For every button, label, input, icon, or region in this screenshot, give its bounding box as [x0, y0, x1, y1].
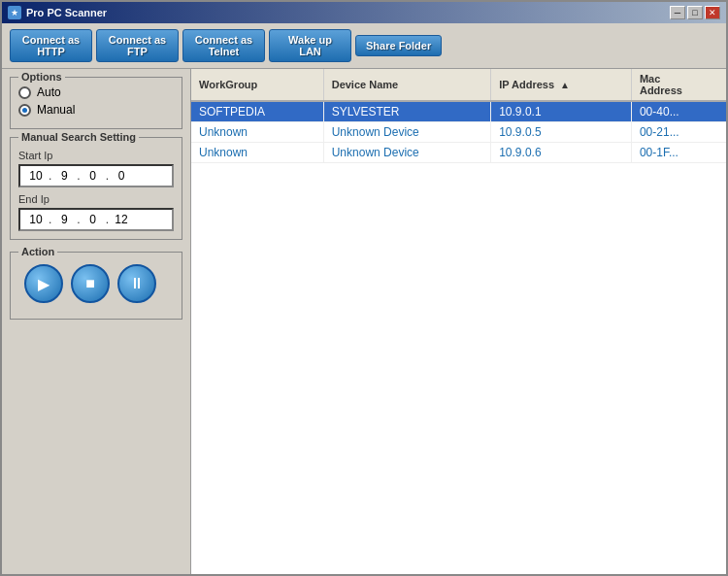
start-ip-seg1[interactable]	[25, 169, 47, 183]
table-row[interactable]: Unknown Unknown Device 10.9.0.6 00-1F...	[191, 143, 726, 163]
cell-workgroup: Unknown	[191, 122, 323, 143]
manual-search-label: Manual Search Setting	[18, 131, 139, 143]
connect-ftp-button[interactable]: Connect asFTP	[96, 29, 179, 62]
main-content: Options Auto Manual Manual Search Settin…	[2, 69, 726, 574]
play-button[interactable]: ▶	[24, 264, 63, 303]
wake-lan-button[interactable]: Wake upLAN	[269, 29, 351, 62]
options-group: Options Auto Manual	[10, 77, 182, 129]
title-bar-left: ★ Pro PC Scanner	[8, 6, 107, 19]
start-ip-seg2[interactable]	[53, 169, 75, 183]
end-ip-seg1[interactable]	[25, 213, 47, 226]
col-ip-address[interactable]: IP Address ▲	[491, 69, 632, 101]
cell-device-name: Unknown Device	[323, 122, 491, 143]
start-ip-input[interactable]: . . .	[18, 164, 174, 187]
col-device-name[interactable]: Device Name	[323, 69, 491, 101]
start-ip-seg3[interactable]	[83, 169, 104, 183]
manual-radio-circle[interactable]	[18, 104, 31, 117]
col-mac-address-label: MacAddress	[640, 73, 682, 96]
connect-http-button[interactable]: Connect asHTTP	[10, 29, 92, 62]
close-button[interactable]: ✕	[705, 6, 720, 19]
action-group-label: Action	[18, 246, 57, 257]
table-row[interactable]: SOFTPEDIA SYLVESTER 10.9.0.1 00-40...	[191, 101, 726, 122]
device-table: WorkGroup Device Name IP Address ▲ MacAd…	[191, 69, 726, 163]
main-window: ★ Pro PC Scanner ─ □ ✕ Connect asHTTP Co…	[0, 0, 728, 576]
table-header-row: WorkGroup Device Name IP Address ▲ MacAd…	[191, 69, 726, 101]
stop-button[interactable]: ■	[71, 264, 110, 303]
manual-radio[interactable]: Manual	[18, 103, 174, 117]
ip-sort-arrow: ▲	[560, 80, 570, 90]
col-workgroup-label: WorkGroup	[199, 79, 257, 90]
left-panel: Options Auto Manual Manual Search Settin…	[2, 69, 191, 574]
end-ip-seg4[interactable]	[111, 213, 132, 226]
app-icon: ★	[8, 6, 21, 19]
end-ip-label: End Ip	[18, 193, 174, 205]
end-ip-seg3[interactable]	[83, 213, 104, 226]
options-group-label: Options	[18, 71, 65, 83]
connect-telnet-button[interactable]: Connect asTelnet	[182, 29, 265, 62]
end-ip-seg2[interactable]	[53, 213, 75, 226]
col-mac-address[interactable]: MacAddress	[631, 69, 726, 101]
cell-mac-address: 00-21...	[631, 122, 726, 143]
end-ip-input[interactable]: . . .	[18, 208, 174, 231]
cell-device-name: SYLVESTER	[323, 101, 491, 122]
manual-search-group: Manual Search Setting Start Ip . . . End…	[10, 137, 182, 240]
minimize-button[interactable]: ─	[670, 6, 685, 19]
auto-radio[interactable]: Auto	[18, 85, 174, 99]
cell-ip-address: 10.9.0.6	[491, 143, 632, 163]
col-ip-address-label: IP Address	[499, 79, 554, 90]
auto-radio-circle[interactable]	[18, 86, 31, 99]
cell-workgroup: SOFTPEDIA	[191, 101, 323, 122]
pause-button[interactable]: ⏸	[117, 264, 156, 303]
start-ip-label: Start Ip	[18, 150, 174, 161]
action-group: Action ▶ ■ ⏸	[10, 252, 182, 320]
table-row[interactable]: Unknown Unknown Device 10.9.0.5 00-21...	[191, 122, 726, 143]
title-bar: ★ Pro PC Scanner ─ □ ✕	[2, 2, 726, 23]
cell-workgroup: Unknown	[191, 143, 323, 163]
col-workgroup[interactable]: WorkGroup	[191, 69, 323, 101]
start-ip-seg4[interactable]	[111, 169, 132, 183]
cell-mac-address: 00-1F...	[631, 143, 726, 163]
manual-radio-label: Manual	[37, 103, 75, 117]
right-panel: WorkGroup Device Name IP Address ▲ MacAd…	[191, 69, 726, 574]
table-container: WorkGroup Device Name IP Address ▲ MacAd…	[191, 69, 726, 163]
action-buttons: ▶ ■ ⏸	[18, 256, 174, 311]
auto-radio-label: Auto	[37, 85, 61, 99]
col-device-name-label: Device Name	[332, 79, 399, 90]
cell-mac-address: 00-40...	[631, 101, 726, 122]
share-folder-button[interactable]: Share Folder	[355, 35, 442, 56]
cell-ip-address: 10.9.0.5	[491, 122, 632, 143]
maximize-button[interactable]: □	[687, 6, 703, 19]
cell-ip-address: 10.9.0.1	[491, 101, 632, 122]
toolbar: Connect asHTTP Connect asFTP Connect asT…	[2, 23, 726, 69]
cell-device-name: Unknown Device	[323, 143, 491, 163]
window-title: Pro PC Scanner	[26, 7, 107, 18]
title-controls: ─ □ ✕	[670, 6, 720, 19]
